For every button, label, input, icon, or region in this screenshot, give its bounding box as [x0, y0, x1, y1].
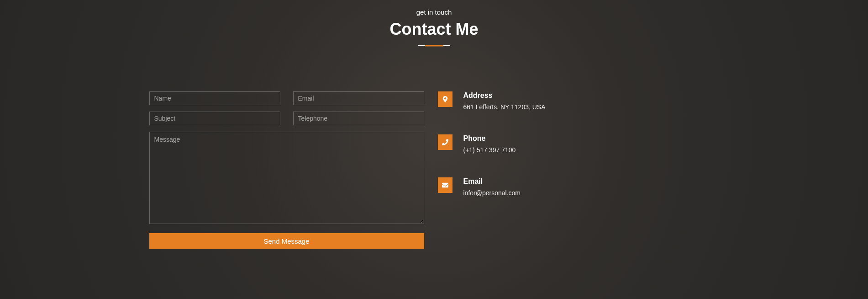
email-label: Email [463, 177, 521, 186]
phone-item: Phone (+1) 517 397 7100 [438, 134, 719, 154]
address-value: 661 Lefferts, NY 11203, USA [463, 103, 546, 111]
email-icon [438, 177, 452, 193]
message-textarea[interactable] [149, 132, 424, 224]
phone-icon [438, 134, 452, 150]
address-label: Address [463, 91, 546, 100]
location-icon [438, 91, 452, 107]
telephone-input[interactable] [293, 112, 424, 125]
address-item: Address 661 Lefferts, NY 11203, USA [438, 91, 719, 111]
phone-label: Phone [463, 134, 516, 143]
title-divider [418, 45, 450, 46]
contact-info: Address 661 Lefferts, NY 11203, USA Phon… [438, 91, 719, 249]
name-input[interactable] [149, 91, 280, 105]
phone-value: (+1) 517 397 7100 [463, 146, 516, 154]
contact-form: Send Message [149, 91, 424, 249]
send-message-button[interactable]: Send Message [149, 233, 424, 249]
page-title: Contact Me [389, 20, 478, 39]
email-item: Email infor@personal.com [438, 177, 719, 197]
page-subtitle: get in touch [416, 8, 452, 16]
email-value: infor@personal.com [463, 189, 521, 197]
email-input[interactable] [293, 91, 424, 105]
subject-input[interactable] [149, 112, 280, 125]
